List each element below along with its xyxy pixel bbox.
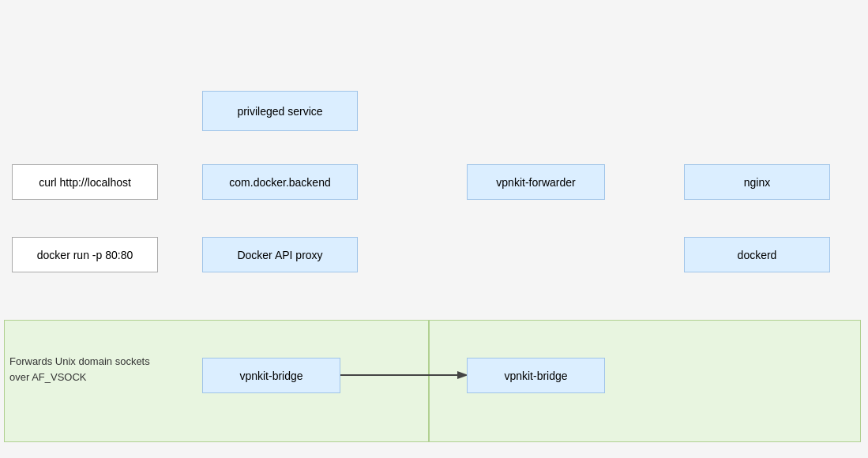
diagram: privileged service curl http://localhost… [0,0,868,458]
green-zone-label: Forwards Unix domain sockets over AF_VSO… [9,354,150,385]
vpnkit-forwarder-label: vpnkit-forwarder [496,176,575,189]
vpnkit-bridge-left-label: vpnkit-bridge [239,370,302,382]
vpnkit-bridge-right-label: vpnkit-bridge [504,370,567,382]
dockerd-label: dockerd [738,249,777,261]
vpnkit-bridge-left-box: vpnkit-bridge [202,358,340,393]
docker-run-label: docker run -p 80:80 [37,249,133,261]
green-zone-label-line1: Forwards Unix domain sockets [9,354,150,370]
privileged-service-label: privileged service [237,105,322,118]
docker-run-box: docker run -p 80:80 [12,237,158,272]
curl-label: curl http://localhost [39,176,131,189]
green-zone-label-line2: over AF_VSOCK [9,370,150,385]
docker-api-proxy-label: Docker API proxy [237,249,322,261]
nginx-box: nginx [684,164,830,200]
vpnkit-bridge-arrow [340,370,469,381]
com-docker-backend-box: com.docker.backend [202,164,358,200]
vpnkit-forwarder-box: vpnkit-forwarder [467,164,605,200]
curl-box: curl http://localhost [12,164,158,200]
vpnkit-bridge-right-box: vpnkit-bridge [467,358,605,393]
privileged-service-box: privileged service [202,91,358,131]
com-docker-backend-label: com.docker.backend [229,176,330,189]
docker-api-proxy-box: Docker API proxy [202,237,358,272]
nginx-label: nginx [744,176,770,189]
dockerd-box: dockerd [684,237,830,272]
